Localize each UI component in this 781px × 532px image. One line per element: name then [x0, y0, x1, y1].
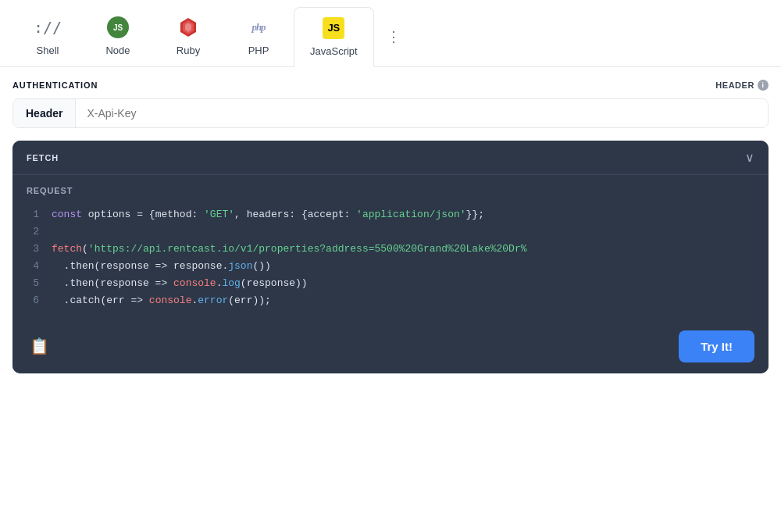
tab-node[interactable]: JS Node	[83, 6, 153, 66]
line-content-5: .then(response => console.log(response))	[52, 275, 308, 292]
line-num-6: 6	[27, 292, 39, 309]
line-num-2: 2	[27, 223, 39, 241]
tab-ruby[interactable]: Ruby	[153, 6, 223, 66]
line-num-1: 1	[27, 206, 39, 223]
code-line-3: 3 fetch('https://api.rentcast.io/v1/prop…	[27, 241, 754, 258]
info-icon: i	[758, 80, 769, 91]
header-label-text: HEADER	[715, 80, 754, 90]
more-options-button[interactable]: ⋮	[380, 22, 408, 52]
line-content-6: .catch(err => console.error(err));	[52, 292, 271, 309]
shell-icon: ://	[35, 15, 60, 40]
line-content-2	[52, 223, 58, 241]
tab-ruby-label: Ruby	[177, 45, 200, 56]
tab-javascript-label: JavaScript	[310, 45, 358, 57]
line-num-4: 4	[27, 258, 39, 275]
code-footer: 📋 Try It!	[12, 323, 769, 373]
auth-input-label: Header	[13, 99, 76, 127]
language-tabs: :// Shell JS Node Ruby php PHP JS JavaSc…	[0, 0, 781, 67]
code-line-1: 1 const options = {method: 'GET', header…	[27, 206, 754, 223]
code-block: 1 const options = {method: 'GET', header…	[12, 200, 769, 323]
code-line-2: 2	[27, 223, 754, 241]
tab-php[interactable]: php PHP	[223, 6, 294, 66]
tab-javascript[interactable]: JS JavaScript	[294, 7, 374, 67]
header-label: HEADER i	[715, 80, 769, 91]
code-line-5: 5 .then(response => console.log(response…	[27, 275, 754, 292]
line-content-1: const options = {method: 'GET', headers:…	[52, 206, 484, 223]
line-num-5: 5	[27, 275, 39, 292]
code-line-4: 4 .then(response => response.json())	[27, 258, 754, 275]
code-header: FETCH ∨	[12, 141, 769, 175]
node-icon: JS	[105, 15, 130, 40]
js-icon: JS	[321, 16, 346, 41]
auth-section: AUTHENTICATION HEADER i Header	[0, 67, 781, 128]
code-line-6: 6 .catch(err => console.error(err));	[27, 292, 754, 309]
line-content-3: fetch('https://api.rentcast.io/v1/proper…	[52, 241, 527, 258]
php-icon: php	[246, 15, 271, 40]
try-it-button[interactable]: Try It!	[679, 330, 754, 362]
auth-input-row: Header	[12, 98, 769, 128]
chevron-down-icon[interactable]: ∨	[745, 150, 754, 165]
fetch-title: FETCH	[27, 153, 59, 162]
tab-node-label: Node	[105, 45, 130, 56]
auth-title: AUTHENTICATION	[12, 80, 98, 90]
code-section: FETCH ∨ REQUEST 1 const options = {metho…	[12, 141, 769, 373]
ruby-icon	[176, 15, 201, 40]
line-num-3: 3	[27, 241, 39, 258]
line-content-4: .then(response => response.json())	[52, 258, 271, 275]
tab-shell-label: Shell	[37, 45, 59, 56]
tab-php-label: PHP	[248, 45, 269, 56]
auth-header: AUTHENTICATION HEADER i	[12, 80, 769, 91]
request-label: REQUEST	[12, 175, 769, 200]
copy-button[interactable]: 📋	[27, 334, 52, 359]
tab-shell[interactable]: :// Shell	[12, 6, 83, 66]
api-key-input[interactable]	[76, 99, 768, 127]
